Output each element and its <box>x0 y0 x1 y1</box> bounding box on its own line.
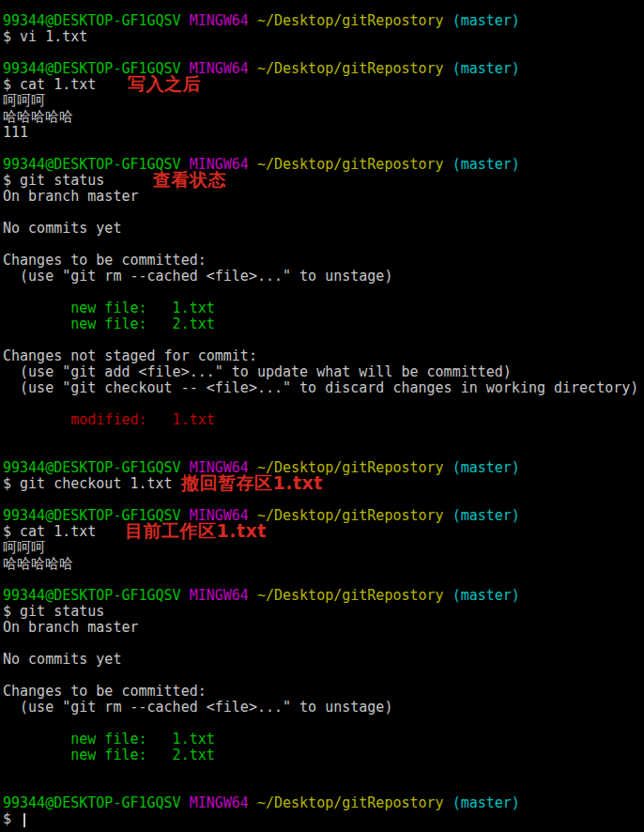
text-segment: $ git status <box>3 172 104 189</box>
text-segment: $ git checkout 1.txt <box>3 475 173 492</box>
text-segment <box>444 794 452 811</box>
text-segment: new file: 1.txt <box>3 300 215 316</box>
terminal-line: 呵呵呵 <box>3 93 644 109</box>
terminal-line: (use "git checkout -- <file>..." to disc… <box>3 380 644 396</box>
terminal-line <box>3 572 644 588</box>
text-segment: (master) <box>452 12 520 29</box>
text-segment <box>181 794 190 811</box>
terminal-line: (use "git rm --cached <file>..." to unst… <box>3 700 644 716</box>
text-segment: (master) <box>452 794 520 811</box>
terminal-line: 呵呵呵 <box>3 540 644 556</box>
terminal-line: $ <box>3 811 644 827</box>
text-segment <box>444 12 452 29</box>
text-segment: On branch master <box>3 188 139 205</box>
terminal-line <box>3 668 644 684</box>
terminal-line: (use "git rm --cached <file>..." to unst… <box>3 269 644 285</box>
terminal-line: new file: 1.txt <box>3 300 644 316</box>
terminal-line: new file: 2.txt <box>3 747 644 763</box>
terminal-prompt-line: 99344@DESKTOP-GF1GQSV MINGW64 ~/Desktop/… <box>3 157 644 173</box>
terminal-line <box>3 45 644 61</box>
terminal-line: Changes not staged for commit: <box>3 348 644 364</box>
text-segment: No commits yet <box>3 651 121 668</box>
text-segment: MINGW64 <box>190 587 249 604</box>
text-segment: (master) <box>452 507 520 524</box>
text-segment: (use "git rm --cached <file>..." to unst… <box>3 699 392 716</box>
text-segment: $ <box>3 810 20 827</box>
terminal-line <box>3 716 644 732</box>
terminal-line <box>3 763 644 779</box>
text-segment: 111 <box>3 124 28 141</box>
terminal-line: No commits yet <box>3 652 644 668</box>
text-segment <box>444 459 452 476</box>
text-segment: $ cat 1.txt <box>3 523 96 540</box>
text-segment: (use "git rm --cached <file>..." to unst… <box>3 268 392 285</box>
text-segment: 哈哈哈哈哈 <box>3 555 73 572</box>
terminal-line: $ git checkout 1.txt撤回暂存区1.txt <box>3 476 644 492</box>
terminal-prompt-line: 99344@DESKTOP-GF1GQSV MINGW64 ~/Desktop/… <box>3 508 644 524</box>
terminal-line: new file: 2.txt <box>3 316 644 332</box>
terminal-line <box>3 237 644 253</box>
text-segment: ~/Desktop/gitRepostory <box>257 587 444 604</box>
text-segment: 99344@DESKTOP-GF1GQSV <box>3 12 181 29</box>
terminal-line <box>3 285 644 300</box>
terminal-line: new file: 1.txt <box>3 732 644 747</box>
terminal-line: modified: 1.txt <box>3 412 644 428</box>
text-segment <box>444 156 452 173</box>
text-segment: $ vi 1.txt <box>3 28 87 45</box>
terminal-line <box>3 492 644 508</box>
terminal-line: $ git status查看状态 <box>3 173 644 189</box>
text-segment: (master) <box>452 459 520 476</box>
text-segment: ~/Desktop/gitRepostory <box>257 12 444 29</box>
terminal-prompt-line: 99344@DESKTOP-GF1GQSV MINGW64 ~/Desktop/… <box>3 588 644 604</box>
text-segment: $ git status <box>3 603 104 620</box>
text-segment: 哈哈哈哈哈 <box>3 108 73 125</box>
terminal-line: (use "git add <file>..." to update what … <box>3 364 644 380</box>
text-segment: On branch master <box>3 619 139 636</box>
text-segment: 呵呵呵 <box>3 92 45 109</box>
text-segment <box>181 12 190 29</box>
terminal-line: Changes to be committed: <box>3 684 644 700</box>
terminal-prompt-line: 99344@DESKTOP-GF1GQSV MINGW64 ~/Desktop/… <box>3 460 644 476</box>
terminal-line <box>3 779 644 795</box>
text-segment: (use "git checkout -- <file>..." to disc… <box>3 379 638 396</box>
text-segment <box>444 507 452 524</box>
terminal-line <box>3 205 644 221</box>
text-segment: new file: 2.txt <box>3 747 215 763</box>
text-segment <box>444 587 452 604</box>
text-segment: No commits yet <box>3 220 121 237</box>
text-segment: ~/Desktop/gitRepostory <box>257 156 444 173</box>
red-annotation-label: 写入之后 <box>128 74 201 94</box>
text-segment: (master) <box>452 60 520 77</box>
terminal-prompt-line: 99344@DESKTOP-GF1GQSV MINGW64 ~/Desktop/… <box>3 795 644 811</box>
text-segment: ~/Desktop/gitRepostory <box>257 60 444 77</box>
terminal-line <box>3 444 644 460</box>
terminal-line: No commits yet <box>3 221 644 237</box>
text-segment: ~/Desktop/gitRepostory <box>257 507 444 524</box>
text-segment: new file: 1.txt <box>3 731 215 747</box>
terminal-line: 哈哈哈哈哈 <box>3 556 644 572</box>
terminal-prompt-line: 99344@DESKTOP-GF1GQSV MINGW64 ~/Desktop/… <box>3 13 644 29</box>
text-segment <box>249 12 257 29</box>
text-segment <box>444 60 452 77</box>
red-annotation-label: 目前工作区1.txt <box>125 521 267 541</box>
terminal-line <box>3 428 644 444</box>
text-segment: 99344@DESKTOP-GF1GQSV <box>3 794 181 811</box>
terminal-line: Changes to be committed: <box>3 253 644 269</box>
text-cursor-icon <box>23 813 25 827</box>
terminal-line: $ cat 1.txt目前工作区1.txt <box>3 524 644 540</box>
text-segment: MINGW64 <box>190 794 249 811</box>
red-annotation-label: 查看状态 <box>153 170 226 190</box>
text-segment <box>249 60 257 77</box>
text-segment: (master) <box>452 587 520 604</box>
text-segment: Changes to be committed: <box>3 683 207 700</box>
terminal-line <box>3 636 644 652</box>
terminal-line: On branch master <box>3 620 644 636</box>
terminal-prompt-line: 99344@DESKTOP-GF1GQSV MINGW64 ~/Desktop/… <box>3 61 644 77</box>
terminal-line <box>3 332 644 348</box>
text-segment: MINGW64 <box>190 12 249 29</box>
text-segment: (master) <box>452 156 520 173</box>
text-segment: ~/Desktop/gitRepostory <box>257 794 444 811</box>
terminal-line: $ cat 1.txt写入之后 <box>3 77 644 93</box>
terminal[interactable]: 99344@DESKTOP-GF1GQSV MINGW64 ~/Desktop/… <box>0 0 644 832</box>
text-segment: new file: 2.txt <box>3 316 215 332</box>
